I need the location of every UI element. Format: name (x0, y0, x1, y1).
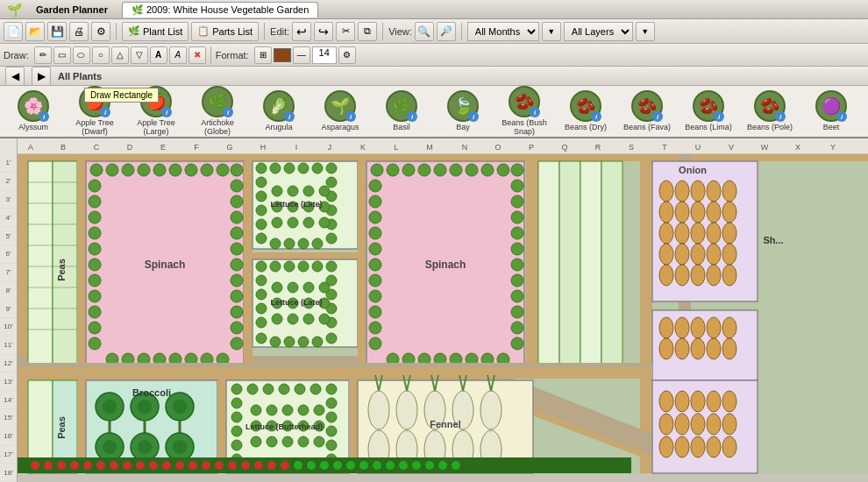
plant-info-button[interactable]: i (775, 111, 786, 122)
plant-info-button[interactable]: i (530, 107, 540, 117)
save-button[interactable]: 💾 (47, 22, 67, 41)
eraser-tool[interactable]: ✖ (189, 46, 206, 64)
rectangle-tool[interactable]: ▭ (53, 46, 71, 64)
svg-point-79 (231, 211, 243, 223)
layers-dropdown-arrow[interactable]: ▼ (636, 22, 655, 41)
new-button[interactable]: 📄 (4, 22, 23, 41)
plant-item[interactable]: 🟣iBeet (801, 89, 861, 134)
ellipse-tool[interactable]: ⬭ (73, 46, 90, 64)
redo-button[interactable]: ↪ (314, 22, 333, 41)
plant-list-button[interactable]: 🌿 Plant List (122, 22, 189, 41)
plant-item[interactable]: 🫘iBeans (Bush Snap) (494, 86, 554, 138)
row-number: 16' (0, 428, 17, 446)
svg-point-240 (707, 265, 721, 286)
svg-point-80 (231, 227, 243, 239)
copy-button[interactable]: ⧉ (358, 22, 377, 41)
separator1 (116, 23, 117, 40)
svg-point-384 (333, 461, 342, 470)
plant-info-button[interactable]: i (714, 111, 724, 122)
months-dropdown[interactable]: All Months (467, 22, 539, 41)
plant-info-button[interactable]: i (836, 111, 847, 122)
italic-text-tool[interactable]: A (169, 46, 187, 64)
plant-item[interactable]: 🫘iBeans (Pole) (740, 89, 800, 134)
row-number: 8' (0, 281, 17, 300)
months-dropdown-arrow[interactable]: ▼ (542, 22, 561, 41)
plant-info-button[interactable]: i (468, 111, 479, 122)
parts-list-button[interactable]: 📋 Parts List (191, 22, 259, 41)
back-nav-btn[interactable]: ◀ (5, 67, 25, 86)
settings-format-btn[interactable]: ⚙ (338, 46, 356, 64)
triangle-down-tool[interactable]: ▽ (131, 46, 148, 64)
plant-info-button[interactable]: i (100, 107, 110, 117)
plant-item[interactable]: 🫘iBeans (Fava) (617, 89, 677, 134)
garden-canvas[interactable]: A B C D E F G H I J K L M N O P Q R S T … (18, 138, 868, 482)
plant-item[interactable]: 🫐iBlackberry (863, 89, 868, 134)
circle-tool[interactable]: ○ (92, 46, 110, 64)
plant-info-button[interactable]: i (39, 111, 49, 122)
plant-label: Bay (456, 124, 470, 132)
svg-point-164 (288, 314, 298, 324)
plant-item[interactable]: 🌸iAlyssum (4, 89, 63, 134)
text-tool[interactable]: A (150, 46, 167, 64)
plant-item[interactable]: 🫘iBeans (Dry) (556, 89, 615, 134)
plant-item[interactable]: 🍃iBay (433, 89, 493, 134)
svg-point-371 (162, 461, 171, 470)
svg-point-383 (320, 461, 329, 470)
undo-button[interactable]: ↩ (292, 22, 311, 41)
plant-info-button[interactable]: i (223, 107, 233, 117)
svg-point-355 (675, 436, 689, 457)
plant-info-button[interactable]: i (407, 111, 417, 122)
svg-point-57 (106, 164, 118, 176)
plant-info-button[interactable]: i (591, 111, 601, 122)
pencil-tool[interactable]: ✏ (34, 46, 52, 64)
svg-point-116 (270, 238, 281, 249)
settings-button[interactable]: ⚙ (91, 22, 110, 41)
svg-point-389 (399, 461, 408, 470)
fill-color-swatch[interactable] (274, 48, 291, 62)
svg-rect-98 (244, 161, 253, 366)
plant-info-button[interactable]: i (161, 107, 172, 117)
svg-text:K: K (360, 143, 366, 152)
zoom-in-button[interactable]: 🔍 (415, 22, 434, 41)
svg-point-158 (319, 282, 330, 293)
svg-rect-1 (18, 138, 868, 154)
document-tab[interactable]: 🌿 2009: White House Vegetable Garden (122, 2, 318, 18)
open-button[interactable]: 📂 (25, 22, 45, 41)
svg-point-78 (231, 195, 243, 208)
svg-point-304 (251, 405, 261, 415)
font-size-input[interactable]: 14 (312, 46, 337, 64)
svg-text:T: T (662, 143, 667, 152)
svg-point-100 (256, 163, 267, 174)
fwd-nav-btn[interactable]: ▶ (32, 67, 51, 86)
plant-item[interactable]: 🌱iAsparagus (310, 89, 370, 134)
svg-point-121 (288, 186, 298, 196)
all-plants-tab[interactable]: All Plants (58, 71, 102, 82)
svg-point-353 (722, 414, 736, 435)
svg-point-220 (707, 181, 721, 202)
line-style-btn[interactable]: — (293, 46, 310, 64)
svg-text:C: C (94, 143, 100, 152)
grid-format-btn[interactable]: ⊞ (254, 46, 272, 64)
plant-item[interactable]: 🫘iBeans (Lima) (679, 89, 738, 134)
svg-text:Fennel: Fennel (430, 419, 460, 429)
cut-button[interactable]: ✂ (336, 22, 355, 41)
plant-item[interactable]: 🌿iBasil (372, 89, 431, 134)
view-label: View: (388, 26, 412, 37)
zoom-out-button[interactable]: 🔎 (437, 22, 456, 41)
triangle-up-tool[interactable]: △ (111, 46, 129, 64)
svg-point-233 (675, 244, 689, 265)
svg-point-180 (369, 180, 381, 192)
layers-dropdown[interactable]: All Layers (564, 22, 633, 41)
svg-point-66 (89, 180, 101, 192)
plant-info-button[interactable]: i (284, 111, 295, 122)
svg-point-222 (659, 202, 673, 223)
plant-info-button[interactable]: i (652, 111, 663, 122)
plant-item[interactable]: 🌿iArtichoke (Globe) (188, 86, 247, 138)
plant-info-button[interactable]: i (345, 111, 356, 122)
svg-point-166 (319, 314, 330, 324)
plant-item[interactable]: 🥬iArugula (249, 89, 309, 134)
print-button[interactable]: 🖨 (69, 22, 89, 41)
svg-point-173 (418, 164, 430, 176)
svg-point-239 (691, 265, 705, 286)
separator4 (461, 23, 462, 40)
